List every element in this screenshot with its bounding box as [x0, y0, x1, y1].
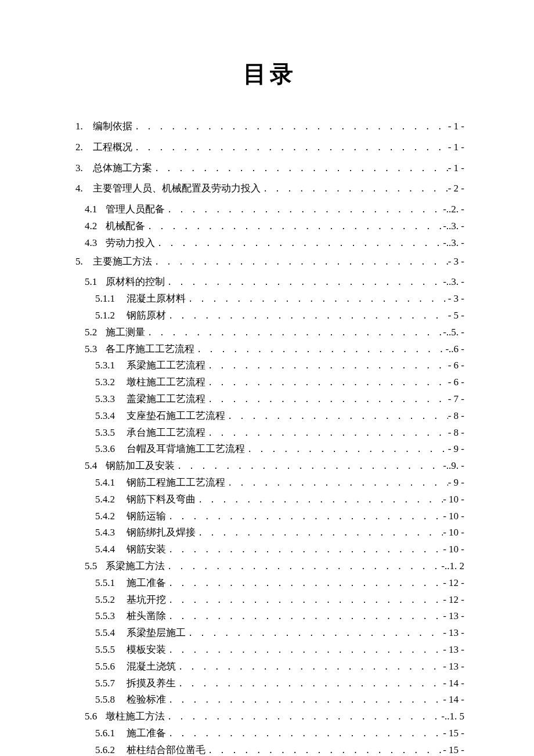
toc-label: 系梁垫层施工: [127, 626, 186, 640]
toc-leader-dots: [165, 204, 443, 216]
toc-page-number: - 6 -: [448, 375, 464, 389]
toc-page-number: - 8 -: [448, 426, 464, 440]
toc-label: 钢筋加工及安装: [106, 459, 175, 473]
toc-entry: 4. 主要管理人员、机械配置及劳动力投入 - 2 -: [75, 182, 464, 196]
toc-label: 承台施工工艺流程: [127, 426, 205, 440]
toc-leader-dots: [132, 142, 448, 154]
toc-label: 主要施工方法: [93, 255, 152, 269]
toc-label: 编制依据: [93, 120, 132, 133]
toc-leader-dots: [166, 694, 443, 706]
toc-entry: 5.4.2 钢筋下料及弯曲 - 10 -: [75, 493, 464, 507]
toc-leader-dots: [166, 511, 443, 523]
toc-leader-dots: [176, 661, 443, 673]
toc-number: 5.3.4: [95, 409, 127, 423]
toc-leader-dots: [145, 221, 443, 233]
toc-leader-dots: [261, 183, 448, 195]
toc-label: 台帽及耳背墙施工工艺流程: [127, 442, 245, 456]
toc-leader-dots: [175, 461, 443, 472]
toc-leader-dots: [166, 595, 443, 606]
toc-label: 机械配备: [106, 219, 145, 233]
toc-page-number: - 2 -: [448, 182, 464, 196]
toc-entry: 5.5.7 拆摸及养生 - 14 -: [75, 677, 464, 690]
toc-entry: 5.5.2 基坑开挖 - 12 -: [75, 593, 464, 607]
toc-number: 5.5.5: [95, 643, 127, 657]
toc-leader-dots: [186, 294, 448, 305]
toc-number: 5.3.2: [95, 375, 127, 389]
toc-page-number: -..2. -: [443, 202, 464, 216]
toc-number: 5.5.6: [95, 660, 127, 674]
toc-entry: 5.2 施工测量 -..5. -: [75, 325, 464, 339]
toc-label: 主要管理人员、机械配置及劳动力投入: [93, 182, 261, 196]
toc-entry: 5.4.3 钢筋绑扎及焊接 - 10 -: [75, 526, 464, 540]
toc-label: 模板安装: [127, 643, 166, 657]
toc-page-number: - 3 -: [448, 292, 464, 306]
toc-entry: 5.6.1 施工准备 - 15 -: [75, 726, 464, 740]
toc-leader-dots: [205, 360, 448, 372]
toc-page-number: - 9 -: [448, 442, 464, 456]
toc-leader-dots: [205, 394, 448, 406]
toc-entry: 5.3.2 墩柱施工工艺流程 - 6 -: [75, 375, 464, 389]
toc-leader-dots: [196, 494, 443, 506]
toc-leader-dots: [196, 527, 443, 539]
toc-label: 施工准备: [127, 726, 166, 740]
toc-entry: 5.1.1 混凝土原材料 - 3 -: [75, 292, 464, 306]
toc-page-number: -..5. -: [443, 325, 464, 339]
toc-label: 拆摸及养生: [127, 677, 176, 690]
toc-entry: 3. 总体施工方案 - 1 -: [75, 161, 464, 175]
toc-number: 5.4.1: [95, 476, 127, 490]
toc-entry: 5.3.4 支座垫石施工工艺流程 - 8 -: [75, 409, 464, 423]
toc-label: 钢筋原材: [127, 309, 166, 323]
toc-label: 钢筋下料及弯曲: [127, 493, 196, 507]
toc-label: 系梁施工工艺流程: [127, 359, 205, 372]
toc-number: 5.1: [85, 275, 106, 289]
toc-leader-dots: [166, 611, 443, 623]
toc-entry: 4.1 管理人员配备 -..2. -: [75, 202, 464, 216]
toc-page-number: - 14 -: [443, 677, 464, 690]
page-title: 目录: [75, 58, 464, 91]
toc-leader-dots: [205, 377, 448, 389]
toc-number: 1.: [75, 120, 93, 133]
toc-entry: 5.5.1 施工准备 - 12 -: [75, 576, 464, 590]
toc-number: 5.3.5: [95, 426, 127, 440]
toc-label: 混凝土原材料: [127, 292, 186, 306]
toc-number: 5.3.6: [95, 442, 127, 456]
toc-entry: 5.3.5 承台施工工艺流程 - 8 -: [75, 426, 464, 440]
toc-page-number: - 13 -: [443, 643, 464, 657]
toc-entry: 5.4 钢筋加工及安装 -..9. -: [75, 459, 464, 473]
toc-number: 5.4.2: [95, 493, 127, 507]
toc-page-number: -..3. -: [443, 236, 464, 250]
toc-number: 5.3: [85, 342, 106, 356]
toc-number: 4.2: [85, 219, 106, 233]
toc-page-number: - 1 -: [448, 120, 464, 133]
toc-entry: 4.2 机械配备 -..3. -: [75, 219, 464, 233]
toc-leader-dots: [166, 578, 443, 589]
toc-page-number: - 6 -: [448, 359, 464, 372]
toc-page-number: -..1. 5: [441, 710, 464, 724]
toc-leader-dots: [166, 645, 443, 656]
toc-entry: 4.3 劳动力投入 -..3. -: [75, 236, 464, 250]
toc-number: 3.: [75, 161, 93, 175]
toc-number: 5.5.2: [95, 593, 127, 607]
toc-page-number: - 10 -: [443, 493, 464, 507]
toc-label: 施工准备: [127, 576, 166, 590]
toc-page-number: - 14 -: [443, 693, 464, 707]
toc-number: 2.: [75, 140, 93, 154]
toc-page-number: - 1 -: [448, 140, 464, 154]
toc-number: 5.4.4: [95, 542, 127, 556]
toc-leader-dots: [166, 728, 443, 740]
toc-label: 管理人员配备: [106, 202, 165, 216]
toc-label: 施工测量: [106, 325, 145, 339]
toc-leader-dots: [225, 478, 448, 489]
toc-label: 各工序施工工艺流程: [106, 342, 194, 356]
toc-number: 5.3.3: [95, 392, 127, 406]
toc-number: 5.5.8: [95, 693, 127, 707]
toc-label: 钢筋安装: [127, 542, 166, 556]
toc-page-number: - 13 -: [443, 626, 464, 640]
toc-leader-dots: [165, 711, 441, 723]
toc-entry: 5.6 墩柱施工方法 -..1. 5: [75, 710, 464, 724]
document-page: 目录 1. 编制依据 - 1 -2. 工程概况 - 1 -3. 总体施工方案 -…: [0, 0, 534, 756]
toc-page-number: - 13 -: [443, 609, 464, 623]
toc-label: 墩柱施工方法: [106, 710, 165, 724]
toc-label: 原材料的控制: [106, 275, 165, 289]
toc-entry: 5.4.1 钢筋工程施工工艺流程 - 9 -: [75, 476, 464, 490]
